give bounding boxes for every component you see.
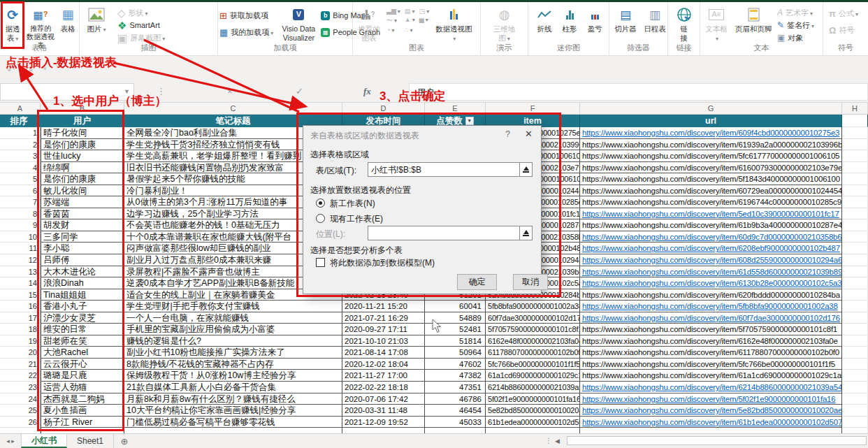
cell-item[interactable]: 5fb8bfa90000000001002a38: [486, 301, 580, 312]
cell-item[interactable]: 61178807000000000102b0f0: [486, 347, 580, 359]
cell-empty[interactable]: [842, 428, 868, 433]
cell-rank[interactable]: 5: [0, 173, 41, 185]
scrollbar-track[interactable]: [563, 435, 868, 446]
cell-title[interactable]: 21款自媒体工具新人小白必备干货合集: [124, 382, 342, 393]
cell-rank[interactable]: 9: [0, 219, 41, 231]
cell-url[interactable]: https://www.xiaohongshu.com/discovery/it…: [580, 231, 842, 243]
cell-likes[interactable]: 60041: [425, 301, 486, 312]
cell-url[interactable]: [580, 428, 842, 433]
cell-rank[interactable]: 16: [0, 301, 41, 312]
cell-item[interactable]: 61b1edea000000000102d507: [486, 417, 580, 428]
cell-title[interactable]: 月薪8k和月薪8w有什么区别？赚钱有捷径么: [124, 393, 342, 405]
cell-item[interactable]: 5f02f1e9000000000101fa16: [486, 393, 580, 405]
table-row[interactable]: 20 大池Rachel 副业小红书10粉也能接推广实操方法来了 2021-08-…: [0, 347, 868, 359]
cell-url[interactable]: https://www.xiaohongshu.com/discovery/it…: [580, 173, 842, 185]
chart-type-buttons[interactable]: ▃▆ ▤ ◳ 〜 ▲ ▅ ◔ ∴: [384, 6, 432, 34]
cell-likes[interactable]: 46786: [425, 393, 486, 405]
cell-empty[interactable]: [842, 162, 868, 174]
table-button[interactable]: ▦ 表格: [57, 6, 78, 34]
cell-date[interactable]: 2021-11-27 17:00: [342, 370, 425, 382]
cell-item[interactable]: 6162e48f000000002103fa0e: [486, 335, 580, 347]
cell-empty[interactable]: [842, 266, 868, 278]
pivotchart-button[interactable]: 数据透视图: [432, 6, 475, 43]
cell-empty[interactable]: [842, 289, 868, 301]
column-heading-h[interactable]: H: [842, 103, 868, 114]
cell-likes[interactable]: 45033: [425, 417, 486, 428]
sparkline-winloss-button[interactable]: 盈亏: [584, 6, 605, 34]
smartart-button[interactable]: ❖SmartArt: [117, 20, 194, 31]
cell-title[interactable]: 一个人一台电脑，在家就能赚钱: [124, 312, 342, 324]
symbol-button[interactable]: Ω符号: [829, 24, 854, 36]
cell-url[interactable]: https://www.xiaohongshu.com/discovery/it…: [580, 219, 842, 231]
link-button[interactable]: 链接: [672, 6, 696, 43]
cell-empty[interactable]: [842, 370, 868, 382]
cell-item[interactable]: 60f7dae3000000000102d176: [486, 312, 580, 324]
cell-url[interactable]: https://www.xiaohongshu.com/discovery/it…: [580, 196, 842, 208]
cell-url[interactable]: https://www.xiaohongshu.com/discovery/it…: [580, 277, 842, 289]
cell-date[interactable]: 2021-07-21 16:29: [342, 312, 425, 324]
insert-function-icon[interactable]: fx: [363, 86, 371, 97]
screenshot-button[interactable]: ▣屏幕截图: [117, 32, 194, 43]
cell-empty[interactable]: [842, 405, 868, 417]
cell-url[interactable]: https://www.xiaohongshu.com/discovery/it…: [580, 370, 842, 382]
cell-url[interactable]: https://www.xiaohongshu.com/discovery/it…: [580, 393, 842, 405]
cell-url[interactable]: https://www.xiaohongshu.com/discovery/it…: [580, 335, 842, 347]
cell-empty[interactable]: [842, 127, 868, 139]
3d-map-button[interactable]: ◍ 三维地图: [489, 6, 520, 43]
sheet-nav-icon[interactable]: ◂ ▸: [0, 434, 21, 448]
cell-item[interactable]: [486, 428, 580, 433]
enter-icon[interactable]: ✓: [296, 86, 303, 96]
cell-empty[interactable]: [842, 139, 868, 151]
cell-url[interactable]: https://www.xiaohongshu.com/discovery/it…: [580, 139, 842, 151]
cell-rank[interactable]: 20: [0, 347, 41, 359]
object-button[interactable]: ▣对象: [777, 32, 821, 43]
cell-empty[interactable]: [842, 347, 868, 359]
cell-likes[interactable]: 51814: [425, 335, 486, 347]
cell-likes[interactable]: 47382: [425, 370, 486, 382]
column-heading-g[interactable]: G: [580, 103, 842, 114]
textbox-button[interactable]: A≡ 文本框: [703, 6, 730, 43]
cell-empty[interactable]: [842, 150, 868, 162]
cell-empty[interactable]: [842, 208, 868, 220]
cell-title[interactable]: 手机里的宝藏副业应用偷偷成为小富婆: [124, 324, 342, 335]
visio-data-visualizer-button[interactable]: V Visio DataVisualizer: [276, 6, 321, 43]
cell-title[interactable]: 赚钱的逻辑是什么?: [124, 335, 342, 347]
cell-title[interactable]: 副业小红书10粉也能接推广实操方法来了: [124, 347, 342, 359]
cell-url[interactable]: https://www.xiaohongshu.com/discovery/it…: [580, 185, 842, 197]
cell-date[interactable]: 2020-07-06 17:42: [342, 393, 425, 405]
cell-empty[interactable]: [842, 301, 868, 312]
cell-url[interactable]: https://www.xiaohongshu.com/discovery/it…: [580, 208, 842, 220]
table-row[interactable]: 19 甜老师在笑 赚钱的逻辑是什么? 2021-10-10 21:03 5181…: [0, 335, 868, 347]
cell-url[interactable]: https://www.xiaohongshu.com/discovery/it…: [580, 243, 842, 254]
cell-empty[interactable]: [842, 417, 868, 428]
sheet-tab-sheet1[interactable]: Sheet1: [67, 434, 114, 448]
scroll-left-icon[interactable]: ◀: [555, 438, 560, 445]
cell-title[interactable]: 保姆级教程干货！从0涨粉10w博主经验分享: [124, 370, 342, 382]
cell-url[interactable]: https://www.xiaohongshu.com/discovery/it…: [580, 150, 842, 162]
cell-empty[interactable]: [842, 335, 868, 347]
cell-rank[interactable]: 24: [0, 393, 41, 405]
cell-date[interactable]: 2020-03-31 11:48: [342, 405, 425, 417]
table-row[interactable]: 16 香港小丸子 学生党理财|手把手教你支付宝赚钱 2020-11-21 15:…: [0, 301, 868, 312]
cell-date[interactable]: 2020-09-27 17:11: [342, 324, 425, 335]
cell-title[interactable]: 学生党理财|手把手教你支付宝赚钱: [124, 301, 342, 312]
cell-likes[interactable]: [425, 428, 486, 433]
cell-empty[interactable]: [842, 312, 868, 324]
table-row[interactable]: 24 杰西就是二狗妈 月薪8k和月薪8w有什么区别？赚钱有捷径么 2020-07…: [0, 393, 868, 405]
cell-likes[interactable]: 50964: [425, 347, 486, 359]
cell-date[interactable]: 2021-08-14 17:08: [342, 347, 425, 359]
cell-url[interactable]: https://www.xiaohongshu.com/discovery/it…: [580, 359, 842, 370]
get-addins-button[interactable]: ⊞获取加载项: [219, 10, 273, 21]
cell-empty[interactable]: [842, 393, 868, 405]
new-sheet-icon[interactable]: ⊕: [114, 434, 135, 448]
cell-date[interactable]: [342, 428, 425, 433]
sparkline-column-button[interactable]: 柱形: [559, 6, 580, 34]
table-row[interactable]: 23 运营人劲猫 21款自媒体工具新人小白必备干货合集 2022-02-22 1…: [0, 382, 868, 393]
timeline-button[interactable]: ▥ 日程表: [642, 6, 668, 34]
cell-date[interactable]: 2020-11-21 15:20: [342, 301, 425, 312]
cancel-icon[interactable]: ×: [227, 86, 233, 96]
header-footer-button[interactable]: 页眉和页脚: [731, 6, 776, 34]
cell-rank[interactable]: 12: [0, 254, 41, 266]
cell-date[interactable]: 2022-02-22 18:18: [342, 382, 425, 393]
cell-rank[interactable]: 26: [0, 417, 41, 428]
